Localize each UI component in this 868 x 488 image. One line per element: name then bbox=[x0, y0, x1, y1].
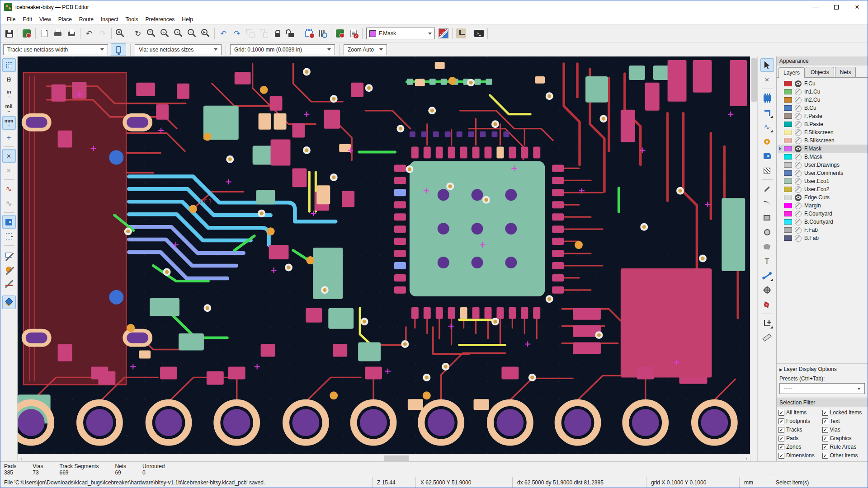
unlock-button[interactable] bbox=[284, 27, 298, 40]
scroll-right-icon[interactable]: › bbox=[743, 455, 750, 461]
place-via-button[interactable] bbox=[760, 135, 774, 148]
layer-pair-button[interactable] bbox=[437, 27, 450, 40]
units-mils-button[interactable]: mil bbox=[2, 102, 16, 115]
layer-row-f.paste[interactable]: F.Paste bbox=[778, 112, 868, 120]
menu-file[interactable]: File bbox=[3, 15, 19, 24]
layer-color-swatch[interactable] bbox=[784, 130, 792, 135]
layer-row-b.silkscreen[interactable]: B.Silkscreen bbox=[778, 136, 868, 145]
menu-tools[interactable]: Tools bbox=[122, 15, 142, 24]
filter-pads[interactable]: ✓Pads bbox=[778, 435, 822, 441]
draw-circle-button[interactable] bbox=[760, 225, 774, 239]
dimension-button[interactable] bbox=[760, 269, 774, 282]
eye-hidden-icon[interactable] bbox=[795, 211, 802, 217]
layer-color-swatch[interactable] bbox=[784, 122, 792, 127]
zoom-fit-page-button[interactable] bbox=[172, 27, 185, 40]
update-pcb-from-schematic-button[interactable] bbox=[333, 27, 347, 40]
eye-visible-icon[interactable] bbox=[795, 145, 802, 152]
checkbox-checked-icon[interactable]: ✓ bbox=[822, 410, 828, 416]
sketch-pads-mode-button[interactable] bbox=[2, 263, 16, 276]
eye-hidden-icon[interactable] bbox=[795, 235, 802, 242]
filter-graphics[interactable]: ✓Graphics bbox=[822, 435, 866, 441]
layer-row-b.fab[interactable]: B.Fab bbox=[778, 234, 868, 242]
filter-zones[interactable]: ✓Zones bbox=[778, 444, 822, 450]
presets-select[interactable]: ----- bbox=[779, 383, 865, 394]
polar-coordinates-button[interactable]: θ bbox=[2, 73, 16, 86]
rotate-ccw-button[interactable]: ↶ bbox=[217, 27, 230, 40]
menu-inspect[interactable]: Inspect bbox=[97, 15, 122, 24]
zoom-in-button[interactable] bbox=[145, 27, 158, 40]
select-tool-button[interactable] bbox=[760, 58, 774, 72]
menu-route[interactable]: Route bbox=[75, 15, 97, 24]
place-footprint-button[interactable] bbox=[760, 91, 774, 105]
layer-display-options[interactable]: Layer Display Options bbox=[777, 363, 868, 375]
layer-row-b.cu[interactable]: B.Cu bbox=[778, 104, 868, 112]
layer-row-f.courtyard[interactable]: F.Courtyard bbox=[778, 210, 868, 218]
layer-row-user.eco2[interactable]: User.Eco2 bbox=[778, 185, 868, 193]
units-mm-button[interactable]: mm bbox=[2, 116, 16, 130]
draw-line-button[interactable] bbox=[760, 182, 774, 196]
search-button[interactable] bbox=[113, 27, 127, 40]
checkbox-checked-icon[interactable]: ✓ bbox=[822, 436, 828, 441]
scripting-console-button[interactable] bbox=[472, 27, 486, 40]
layer-color-swatch[interactable] bbox=[784, 154, 792, 160]
redo-button[interactable]: ↷ bbox=[96, 27, 109, 40]
units-inches-button[interactable]: in bbox=[2, 87, 16, 101]
checkbox-checked-icon[interactable]: ✓ bbox=[822, 418, 828, 424]
grid-select[interactable]: Grid: 0.1000 mm (0.0039 in) bbox=[230, 44, 335, 55]
eye-visible-icon[interactable] bbox=[795, 80, 802, 87]
eye-hidden-icon[interactable] bbox=[795, 137, 802, 144]
layer-color-swatch[interactable] bbox=[784, 235, 792, 241]
draw-arc-button[interactable] bbox=[760, 197, 774, 210]
eye-hidden-icon[interactable] bbox=[795, 162, 802, 169]
filter-all-items[interactable]: ✓All items bbox=[778, 409, 822, 416]
grid-origin-button[interactable] bbox=[760, 316, 774, 330]
hscroll-thumb[interactable] bbox=[384, 455, 409, 461]
vscroll-thumb[interactable] bbox=[751, 58, 757, 102]
rotate-cw-button[interactable]: ↷ bbox=[230, 27, 244, 40]
layer-row-b.courtyard[interactable]: B.Courtyard bbox=[778, 218, 868, 226]
menu-preferences[interactable]: Preferences bbox=[142, 15, 179, 24]
layer-color-swatch[interactable] bbox=[784, 211, 792, 216]
plot-button[interactable] bbox=[65, 27, 78, 40]
checkbox-checked-icon[interactable]: ✓ bbox=[778, 410, 784, 416]
layer-row-edge.cuts[interactable]: Edge.Cuts bbox=[778, 193, 868, 202]
filter-footprints[interactable]: ✓Footprints bbox=[778, 418, 822, 424]
board-setup-button[interactable] bbox=[20, 27, 33, 40]
layer-row-margin[interactable]: Margin bbox=[778, 202, 868, 210]
layer-color-swatch[interactable] bbox=[784, 170, 792, 176]
checkbox-checked-icon[interactable]: ✓ bbox=[778, 427, 784, 433]
eye-hidden-icon[interactable] bbox=[795, 219, 802, 225]
draw-zone-button[interactable] bbox=[760, 149, 774, 163]
draw-polygon-button[interactable] bbox=[760, 240, 774, 253]
vertical-scrollbar[interactable] bbox=[750, 56, 757, 461]
track-width-select[interactable]: Track: use netclass width bbox=[3, 44, 108, 55]
filter-dimensions[interactable]: ✓Dimensions bbox=[778, 452, 822, 459]
active-layer-selector[interactable]: F.Mask bbox=[366, 28, 435, 39]
undo-button[interactable]: ↶ bbox=[82, 27, 96, 40]
hide-footprints-button[interactable] bbox=[2, 248, 16, 262]
layer-color-swatch[interactable] bbox=[784, 89, 792, 94]
zoom-selection-button[interactable] bbox=[199, 27, 212, 40]
layer-row-f.cu[interactable]: F.Cu bbox=[778, 80, 868, 88]
route-tracks-mode-button[interactable] bbox=[454, 27, 468, 40]
layer-color-swatch[interactable] bbox=[784, 146, 792, 151]
horizontal-scrollbar[interactable]: ‹ › bbox=[18, 454, 750, 461]
auto-track-width-button[interactable] bbox=[111, 43, 126, 56]
save-button[interactable] bbox=[2, 27, 16, 40]
search-footprints-button[interactable] bbox=[316, 27, 329, 40]
checkbox-checked-icon[interactable]: ✓ bbox=[778, 444, 784, 450]
layer-color-swatch[interactable] bbox=[784, 227, 792, 233]
eye-visible-icon[interactable] bbox=[795, 194, 802, 201]
group-items-button[interactable] bbox=[244, 27, 257, 40]
swap-footprints-button[interactable] bbox=[302, 27, 316, 40]
checkbox-checked-icon[interactable]: ✓ bbox=[822, 427, 828, 433]
filter-tracks[interactable]: ✓Tracks bbox=[778, 427, 822, 433]
tab-objects[interactable]: Objects bbox=[806, 67, 834, 77]
filter-other-items[interactable]: ✓Other items bbox=[822, 452, 866, 459]
sketch-tracks-mode-button[interactable] bbox=[2, 277, 16, 291]
ungroup-items-button[interactable] bbox=[257, 27, 271, 40]
measure-button[interactable] bbox=[760, 331, 774, 344]
curved-ratsnest-button[interactable]: × bbox=[2, 164, 16, 177]
layer-row-user.eco1[interactable]: User.Eco1 bbox=[778, 177, 868, 185]
tune-track-length-button[interactable]: ∿ bbox=[760, 120, 774, 134]
